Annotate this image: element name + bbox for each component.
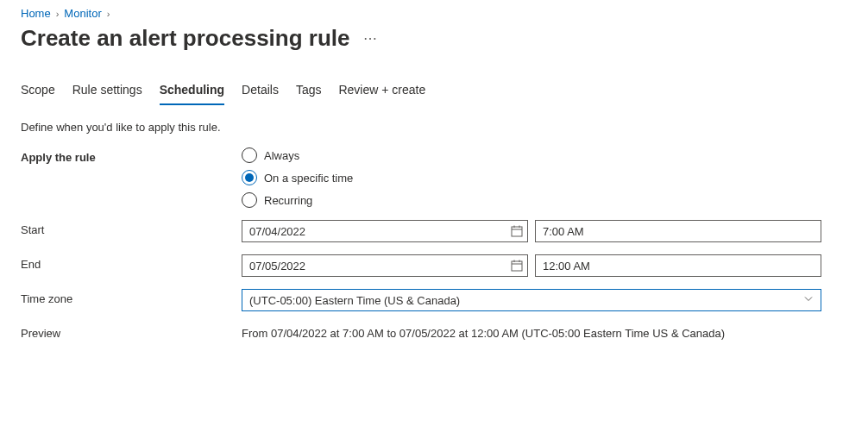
chevron-down-icon xyxy=(803,294,814,307)
end-time-input[interactable] xyxy=(535,254,821,277)
radio-label-always: Always xyxy=(264,149,299,162)
breadcrumb-monitor[interactable]: Monitor xyxy=(64,7,101,20)
radio-specific-time[interactable]: On a specific time xyxy=(242,170,847,185)
radio-recurring[interactable]: Recurring xyxy=(242,192,847,208)
label-timezone: Time zone xyxy=(21,289,242,305)
label-apply-the-rule: Apply the rule xyxy=(21,147,242,164)
radio-circle-icon xyxy=(242,147,257,163)
helper-text: Define when you'd like to apply this rul… xyxy=(21,121,847,134)
tab-tags[interactable]: Tags xyxy=(296,83,322,105)
tab-bar: Scope Rule settings Scheduling Details T… xyxy=(21,83,847,105)
timezone-value: (UTC-05:00) Eastern Time (US & Canada) xyxy=(249,294,460,307)
radio-always[interactable]: Always xyxy=(242,147,847,163)
end-date-input[interactable] xyxy=(242,254,528,277)
tab-scope[interactable]: Scope xyxy=(21,83,55,105)
timezone-select[interactable]: (UTC-05:00) Eastern Time (US & Canada) xyxy=(242,289,821,311)
chevron-right-icon: › xyxy=(107,9,110,19)
more-icon[interactable]: ⋯ xyxy=(363,32,378,46)
tab-rule-settings[interactable]: Rule settings xyxy=(72,83,142,105)
page-title: Create an alert processing rule xyxy=(21,25,349,52)
label-preview: Preview xyxy=(21,323,242,340)
radio-label-specific: On a specific time xyxy=(264,172,353,185)
radio-circle-icon xyxy=(242,192,257,208)
label-start: Start xyxy=(21,220,242,236)
start-time-input[interactable] xyxy=(535,220,821,242)
apply-rule-radio-group: Always On a specific time Recurring xyxy=(242,147,847,208)
tab-details[interactable]: Details xyxy=(242,83,279,105)
label-end: End xyxy=(21,254,242,271)
tab-scheduling[interactable]: Scheduling xyxy=(160,83,224,105)
radio-circle-checked-icon xyxy=(242,170,257,185)
start-date-input[interactable] xyxy=(242,220,528,242)
radio-label-recurring: Recurring xyxy=(264,194,312,207)
tab-review-create[interactable]: Review + create xyxy=(338,83,425,105)
chevron-right-icon: › xyxy=(56,9,60,19)
breadcrumb-home[interactable]: Home xyxy=(21,7,51,20)
breadcrumb: Home › Monitor › xyxy=(21,7,847,20)
preview-text: From 07/04/2022 at 7:00 AM to 07/05/2022… xyxy=(242,323,847,340)
